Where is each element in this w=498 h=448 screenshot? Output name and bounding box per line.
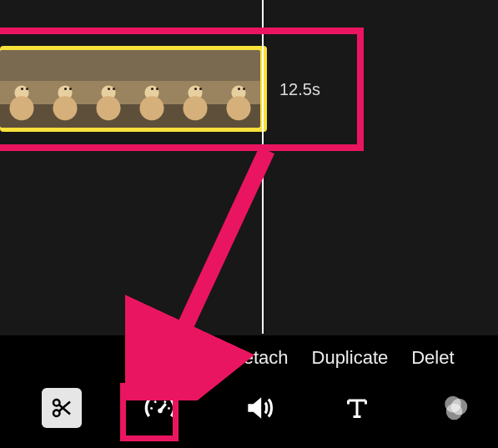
clip-thumb xyxy=(0,50,43,128)
selected-clip[interactable] xyxy=(0,46,267,132)
editor-canvas: 12.5s Split Detach Duplicate Delet xyxy=(0,0,498,448)
detach-action[interactable]: Detach xyxy=(230,347,289,372)
volume-tool[interactable] xyxy=(239,388,279,428)
speedometer-icon xyxy=(143,391,177,425)
duplicate-action[interactable]: Duplicate xyxy=(312,347,389,372)
svg-point-12 xyxy=(447,405,462,420)
clip-duration-label: 12.5s xyxy=(279,80,320,99)
actions-tool[interactable] xyxy=(42,388,82,428)
svg-point-1 xyxy=(53,400,60,406)
titles-tool[interactable] xyxy=(337,388,377,428)
clip-thumb xyxy=(43,50,87,128)
clip-thumb xyxy=(87,50,130,128)
scissors-icon xyxy=(49,395,74,420)
svg-line-9 xyxy=(168,408,170,409)
clip-thumbnails xyxy=(0,50,260,128)
filters-icon xyxy=(440,393,470,423)
svg-point-0 xyxy=(53,410,60,417)
svg-line-6 xyxy=(150,408,153,409)
tool-icon-row xyxy=(0,383,498,433)
bottom-toolbar: Split Detach Duplicate Delet xyxy=(0,335,498,448)
text-icon xyxy=(342,393,372,423)
clip-thumb xyxy=(217,50,260,128)
volume-icon xyxy=(243,392,274,424)
action-row: Split Detach Duplicate Delet xyxy=(0,347,498,372)
svg-line-8 xyxy=(164,401,166,403)
speed-tool[interactable] xyxy=(140,388,180,428)
filters-tool[interactable] xyxy=(435,388,475,428)
split-action[interactable]: Split xyxy=(171,347,207,372)
clip-thumb xyxy=(174,50,217,128)
playhead[interactable] xyxy=(262,0,264,334)
delete-action[interactable]: Delet xyxy=(411,347,454,372)
clip-thumb xyxy=(130,50,174,128)
svg-line-7 xyxy=(154,401,156,403)
svg-point-5 xyxy=(158,409,162,412)
